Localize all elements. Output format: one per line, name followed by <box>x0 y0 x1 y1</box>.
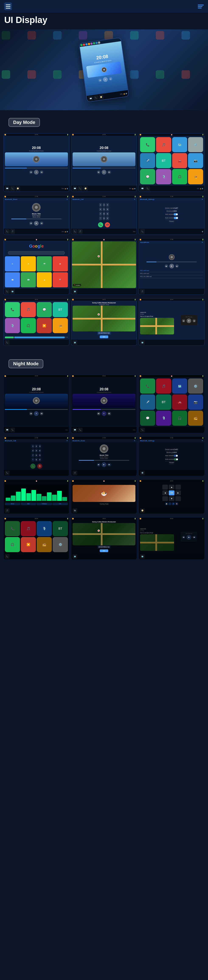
night-key-4[interactable]: 4 <box>32 449 34 453</box>
car-app-spotify[interactable]: 🎧 <box>21 318 36 333</box>
prev-btn[interactable]: ⏮ <box>98 78 102 82</box>
night-key-8[interactable]: 8 <box>35 453 38 457</box>
google-icon-2[interactable]: ★ <box>21 256 36 271</box>
night-next-1[interactable]: ⏭ <box>40 412 43 415</box>
call-btn[interactable]: 📞 <box>98 222 103 228</box>
bt-music-close[interactable]: ✕ <box>66 198 68 200</box>
song-item-3[interactable]: 华乐_233_洞箫.mp3 <box>140 275 203 278</box>
next-btn-1[interactable]: ⏭ <box>40 170 43 174</box>
google-search-bar[interactable] <box>8 251 65 255</box>
night-app-phone[interactable]: 📞 <box>140 379 155 394</box>
night-car-radio[interactable]: 📻 <box>37 537 52 552</box>
app-icon-music[interactable]: 🎵 <box>156 137 171 152</box>
night-np-play[interactable]: ▶ <box>187 535 191 539</box>
play-btn[interactable]: ⏸ <box>103 77 108 82</box>
night-call-btn[interactable]: 📞 <box>30 464 35 469</box>
night-key-star[interactable]: * <box>32 458 34 461</box>
arrow-btn-left[interactable]: ◄ <box>162 490 168 495</box>
arrow-btn-ok[interactable]: OK <box>169 490 174 495</box>
google-icon-7[interactable]: ☁ <box>37 272 52 287</box>
bt-key-1[interactable]: 1 <box>99 203 102 207</box>
night-bt-music-close[interactable]: ✕ <box>134 440 136 442</box>
bt-key-8[interactable]: 8 <box>103 212 105 216</box>
night-next-2[interactable]: ⏭ <box>108 412 111 415</box>
night-prev-1[interactable]: ⏮ <box>29 412 33 415</box>
night-key-1[interactable]: 1 <box>32 444 34 448</box>
night-app-music[interactable]: 🎵 <box>156 379 171 394</box>
app-icon-settings[interactable]: ⚙️ <box>188 137 203 152</box>
np-next[interactable]: ⏭ <box>192 319 196 323</box>
night-go-btn[interactable]: GO <box>100 549 108 552</box>
arrow-btn-up[interactable]: ▲ <box>169 485 174 490</box>
night-car-spotify[interactable]: 🎧 <box>5 537 20 552</box>
app-icon-spotify[interactable]: 🎧 <box>172 169 187 184</box>
end-call-btn[interactable]: 📵 <box>105 222 110 228</box>
night-play-1[interactable]: ⏸ <box>34 411 39 416</box>
bt-play[interactable]: ▶ <box>34 221 39 226</box>
bt-key-hash[interactable]: # <box>106 216 109 220</box>
np-prev[interactable]: ⏮ <box>182 319 185 323</box>
night-np-next[interactable]: ⏭ <box>192 536 196 539</box>
google-icon-8[interactable]: 🔍 <box>53 272 68 287</box>
nav-menu-btn[interactable]: ☰ <box>172 502 175 505</box>
bt-prev[interactable]: ⏮ <box>29 221 33 225</box>
nav-home-btn[interactable]: 🏠 <box>165 502 168 505</box>
social-close[interactable]: ✕ <box>202 241 203 243</box>
app-icon-camera[interactable]: 📷 <box>188 153 203 168</box>
nav-lines-icon[interactable] <box>198 5 204 8</box>
night-car-phone[interactable]: 📞 <box>5 521 20 536</box>
prev-btn-2[interactable]: ⏮ <box>97 170 100 174</box>
play-btn-2[interactable]: ⏸ <box>102 170 106 175</box>
night-car-settings[interactable]: ⚙️ <box>53 537 68 552</box>
night-car-podcast[interactable]: 🎙️ <box>37 521 52 536</box>
nav-mute-btn[interactable]: 🔇 <box>175 502 178 505</box>
app-icon-pod[interactable]: 🎙️ <box>156 169 171 184</box>
social-play[interactable]: ▶ <box>169 264 174 269</box>
night-bt-call-close[interactable]: ✕ <box>66 440 68 442</box>
night-car-yt[interactable]: ▶️ <box>21 537 36 552</box>
social-next[interactable]: ⏭ <box>175 264 179 268</box>
night-prev-2[interactable]: ⏮ <box>97 412 100 415</box>
bt-key-9[interactable]: 9 <box>106 212 109 216</box>
menu-button[interactable] <box>4 3 12 10</box>
google-icon-3[interactable]: 🗺 <box>37 256 52 271</box>
night-app-msg[interactable]: 💬 <box>140 410 155 426</box>
bt-key-5[interactable]: 5 <box>103 208 105 211</box>
night-key-5[interactable]: 5 <box>35 449 38 453</box>
night-bt-next[interactable]: ⏭ <box>108 463 111 466</box>
night-auto-answer-toggle[interactable] <box>173 455 178 457</box>
car-app-msg[interactable]: 💬 <box>37 302 52 317</box>
night-np-prev[interactable]: ⏮ <box>182 536 185 539</box>
app-icon-car[interactable]: 🚗 <box>172 153 187 168</box>
night-app-car[interactable]: 🚗 <box>172 395 187 410</box>
bt-key-3[interactable]: 3 <box>106 203 109 207</box>
arrow-btn-right[interactable]: ► <box>175 490 181 495</box>
night-play-2[interactable]: ⏸ <box>102 411 106 416</box>
night-key-hash[interactable]: # <box>39 458 41 461</box>
bt-key-2[interactable]: 2 <box>103 203 105 207</box>
night-bt-settings-close[interactable]: ✕ <box>202 440 203 442</box>
bt-key-star[interactable]: * <box>99 216 102 220</box>
next-btn[interactable]: ⏭ <box>109 77 112 81</box>
eq-ctrl-2[interactable]: MID <box>21 503 36 505</box>
night-app-bt[interactable]: BT <box>156 395 171 410</box>
night-end-btn[interactable]: 📵 <box>37 464 42 469</box>
bt-settings-close[interactable]: ✕ <box>202 198 203 200</box>
arrow-btn-down[interactable]: ▼ <box>169 496 174 501</box>
prev-btn-1[interactable]: ⏮ <box>29 170 33 174</box>
bt-key-4[interactable]: 4 <box>99 208 102 211</box>
nav-back-btn[interactable]: ← <box>169 502 171 505</box>
play-btn-1[interactable]: ⏸ <box>34 170 39 175</box>
night-key-2[interactable]: 2 <box>35 444 38 448</box>
app-icon-phone[interactable]: 📞 <box>140 137 155 152</box>
night-car-bt[interactable]: BT <box>53 521 68 536</box>
google-icon-5[interactable]: 📰 <box>5 272 20 287</box>
auto-connect-toggle[interactable] <box>174 217 178 219</box>
car-app-bt[interactable]: BT <box>53 302 68 317</box>
night-app-telegram[interactable]: ✈️ <box>140 395 155 410</box>
bt-next[interactable]: ⏭ <box>40 221 43 225</box>
bt-call-close[interactable]: ✕ <box>134 198 136 200</box>
night-bt-play[interactable]: ▶ <box>102 462 106 467</box>
google-icon-6[interactable]: 📧 <box>21 272 36 287</box>
car-app-radio[interactable]: 📻 <box>53 318 68 333</box>
